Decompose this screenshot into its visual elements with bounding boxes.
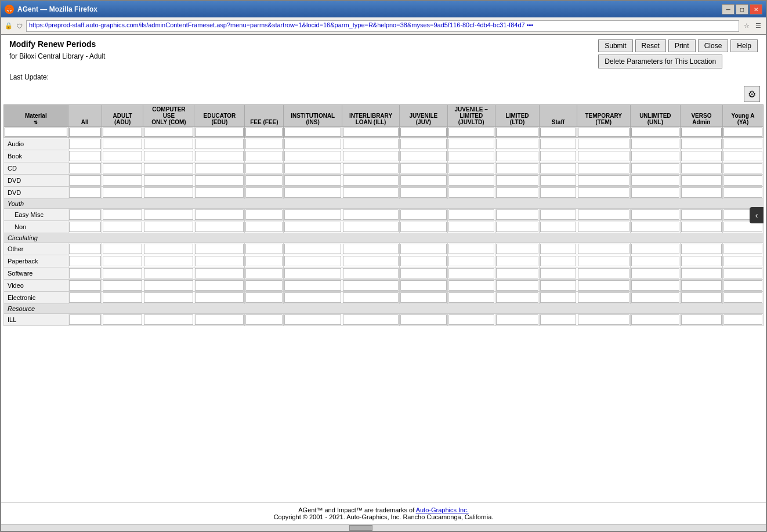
filter-temporary[interactable] bbox=[578, 128, 629, 137]
filter-limited[interactable] bbox=[496, 128, 538, 137]
data-input-cell[interactable] bbox=[495, 162, 539, 175]
print-button[interactable]: Print bbox=[668, 39, 696, 52]
data-input-cell[interactable] bbox=[680, 138, 722, 150]
period-input[interactable] bbox=[578, 175, 629, 186]
data-input-cell[interactable] bbox=[68, 221, 102, 233]
period-input[interactable] bbox=[681, 280, 722, 291]
period-input[interactable] bbox=[496, 268, 538, 278]
period-input[interactable] bbox=[681, 244, 722, 254]
data-input-cell[interactable] bbox=[540, 175, 577, 187]
period-input[interactable] bbox=[343, 256, 399, 266]
period-input[interactable] bbox=[284, 222, 341, 232]
data-input-cell[interactable] bbox=[540, 187, 577, 199]
data-input-cell[interactable] bbox=[577, 187, 630, 199]
period-input[interactable] bbox=[284, 268, 341, 278]
data-input-cell[interactable] bbox=[284, 138, 342, 150]
data-input-cell[interactable] bbox=[630, 267, 680, 280]
data-input-cell[interactable] bbox=[143, 314, 194, 326]
data-input-cell[interactable] bbox=[68, 138, 102, 150]
period-input[interactable] bbox=[681, 222, 722, 232]
period-input[interactable] bbox=[69, 280, 101, 291]
data-input-cell[interactable] bbox=[342, 209, 399, 221]
period-input[interactable] bbox=[284, 244, 341, 254]
data-input-cell[interactable] bbox=[68, 267, 102, 280]
period-input[interactable] bbox=[284, 209, 341, 220]
period-input[interactable] bbox=[195, 187, 244, 198]
period-input[interactable] bbox=[540, 187, 576, 198]
period-input[interactable] bbox=[195, 163, 244, 173]
filter-educator[interactable] bbox=[195, 128, 244, 137]
data-input-cell[interactable] bbox=[342, 221, 399, 233]
data-input-cell[interactable] bbox=[680, 187, 722, 199]
data-input-cell[interactable] bbox=[630, 314, 680, 326]
period-input[interactable] bbox=[400, 163, 446, 173]
period-input[interactable] bbox=[284, 292, 341, 303]
period-input[interactable] bbox=[631, 314, 679, 325]
data-input-cell[interactable] bbox=[143, 267, 194, 280]
period-input[interactable] bbox=[343, 209, 399, 220]
data-input-cell[interactable] bbox=[400, 150, 447, 162]
data-input-cell[interactable] bbox=[400, 138, 447, 150]
period-input[interactable] bbox=[681, 256, 722, 266]
period-input[interactable] bbox=[195, 222, 244, 232]
data-input-cell[interactable] bbox=[630, 221, 680, 233]
data-input-cell[interactable] bbox=[680, 314, 722, 326]
period-input[interactable] bbox=[578, 280, 629, 291]
period-input[interactable] bbox=[496, 292, 538, 303]
period-input[interactable] bbox=[284, 280, 341, 291]
period-input[interactable] bbox=[578, 244, 629, 254]
period-input[interactable] bbox=[540, 268, 576, 278]
data-input-cell[interactable] bbox=[447, 255, 495, 267]
data-input-cell[interactable] bbox=[680, 175, 722, 187]
period-input[interactable] bbox=[144, 222, 193, 232]
period-input[interactable] bbox=[578, 222, 629, 232]
period-input[interactable] bbox=[103, 187, 143, 198]
period-input[interactable] bbox=[103, 139, 143, 149]
data-input-cell[interactable] bbox=[400, 175, 447, 187]
data-input-cell[interactable] bbox=[194, 175, 245, 187]
data-input-cell[interactable] bbox=[400, 267, 447, 280]
data-input-cell[interactable] bbox=[194, 150, 245, 162]
period-input[interactable] bbox=[69, 151, 101, 161]
data-input-cell[interactable] bbox=[245, 162, 284, 175]
period-input[interactable] bbox=[681, 151, 722, 161]
data-input-cell[interactable] bbox=[342, 150, 399, 162]
period-input[interactable] bbox=[681, 175, 722, 186]
data-input-cell[interactable] bbox=[68, 243, 102, 255]
filter-fee[interactable] bbox=[245, 128, 283, 137]
data-input-cell[interactable] bbox=[722, 175, 763, 187]
data-input-cell[interactable] bbox=[245, 221, 284, 233]
data-input-cell[interactable] bbox=[630, 209, 680, 221]
data-input-cell[interactable] bbox=[722, 292, 763, 304]
period-input[interactable] bbox=[245, 256, 283, 266]
period-input[interactable] bbox=[578, 292, 629, 303]
period-input[interactable] bbox=[540, 314, 576, 325]
period-input[interactable] bbox=[631, 244, 679, 254]
data-input-cell[interactable] bbox=[143, 209, 194, 221]
period-input[interactable] bbox=[448, 280, 494, 291]
data-input-cell[interactable] bbox=[342, 280, 399, 292]
filter-all[interactable] bbox=[69, 128, 101, 137]
period-input[interactable] bbox=[496, 314, 538, 325]
data-input-cell[interactable] bbox=[447, 175, 495, 187]
data-input-cell[interactable] bbox=[447, 162, 495, 175]
period-input[interactable] bbox=[723, 292, 762, 303]
submit-button[interactable]: Submit bbox=[598, 39, 632, 52]
data-input-cell[interactable] bbox=[495, 292, 539, 304]
period-input[interactable] bbox=[103, 244, 143, 254]
data-input-cell[interactable] bbox=[722, 255, 763, 267]
period-input[interactable] bbox=[400, 175, 446, 186]
data-input-cell[interactable] bbox=[495, 243, 539, 255]
period-input[interactable] bbox=[723, 175, 762, 186]
data-input-cell[interactable] bbox=[722, 150, 763, 162]
filter-interlibrary[interactable] bbox=[343, 128, 399, 137]
period-input[interactable] bbox=[496, 175, 538, 186]
data-input-cell[interactable] bbox=[102, 221, 143, 233]
period-input[interactable] bbox=[540, 139, 576, 149]
period-input[interactable] bbox=[681, 187, 722, 198]
period-input[interactable] bbox=[448, 244, 494, 254]
period-input[interactable] bbox=[195, 280, 244, 291]
period-input[interactable] bbox=[69, 175, 101, 186]
data-input-cell[interactable] bbox=[284, 280, 342, 292]
period-input[interactable] bbox=[245, 163, 283, 173]
